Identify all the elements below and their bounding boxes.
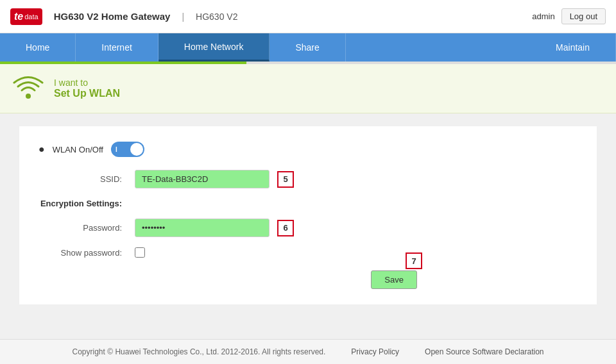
encryption-label: Encryption Settings:: [38, 199, 128, 208]
form-section: ● WLAN On/Off I SSID: 5 Encryption Setti…: [38, 142, 456, 289]
logo-text: te: [14, 11, 23, 22]
password-input[interactable]: [135, 219, 270, 237]
encryption-label-row: Encryption Settings:: [38, 199, 456, 208]
setup-wlan-label: Set Up WLAN: [54, 88, 120, 99]
copyright-text: Copyright © Huawei Technologies Co., Ltd…: [73, 347, 326, 356]
privacy-policy-link[interactable]: Privacy Policy: [351, 347, 399, 356]
page-header: I want to Set Up WLAN: [0, 64, 616, 113]
nav-spacer: [346, 33, 530, 62]
save-area: 7 Save: [38, 270, 456, 289]
header-right: admin Log out: [532, 8, 606, 24]
i-want-to-label: I want to: [54, 78, 120, 88]
header: te data HG630 V2 Home Gateway | HG630 V2…: [0, 0, 616, 33]
admin-label: admin: [532, 12, 554, 21]
show-password-label: Show password:: [38, 248, 128, 258]
wifi-icon: [13, 73, 44, 104]
page-header-text: I want to Set Up WLAN: [54, 78, 120, 99]
password-annotation: 6: [277, 220, 294, 236]
wlan-toggle-row: ● WLAN On/Off I: [38, 142, 456, 157]
logo-data-text: data: [24, 13, 38, 21]
gateway-title: HG630 V2 Home Gateway: [54, 11, 171, 22]
open-source-link[interactable]: Open Source Software Declaration: [425, 347, 543, 356]
nav-item-home-network[interactable]: Home Network: [158, 33, 270, 62]
svg-point-0: [26, 94, 31, 99]
password-row: Password: 6: [38, 219, 456, 237]
wlan-bullet: ●: [38, 144, 45, 155]
save-annotation-badge: 7: [406, 252, 422, 269]
ssid-annotation: 5: [277, 171, 294, 188]
ssid-label: SSID:: [38, 174, 128, 184]
logout-button[interactable]: Log out: [561, 8, 606, 24]
header-separator: |: [182, 12, 184, 22]
password-label: Password:: [38, 223, 128, 233]
wlan-toggle-label: WLAN On/Off: [53, 145, 103, 154]
nav-item-internet[interactable]: Internet: [76, 33, 158, 62]
logo-box: te data: [10, 8, 42, 25]
nav-item-maintain[interactable]: Maintain: [530, 33, 616, 62]
gateway-model: HG630 V2: [196, 12, 237, 22]
toggle-thumb: [130, 143, 143, 156]
password-input-wrapper: 6: [135, 219, 270, 237]
main-content: ● WLAN On/Off I SSID: 5 Encryption Setti…: [19, 126, 597, 304]
main-nav: Home Internet Home Network Share Maintai…: [0, 33, 616, 62]
ssid-input[interactable]: [135, 170, 270, 188]
show-password-checkbox[interactable]: [135, 247, 145, 258]
show-password-row: Show password:: [38, 247, 456, 258]
footer: Copyright © Huawei Technologies Co., Ltd…: [0, 339, 616, 364]
ssid-input-wrapper: 5: [135, 170, 270, 188]
save-button[interactable]: Save: [371, 270, 417, 289]
wlan-toggle-switch[interactable]: I: [111, 142, 144, 157]
wifi-svg: [13, 73, 44, 104]
toggle-on-text: I: [116, 146, 117, 153]
ssid-row: SSID: 5: [38, 170, 456, 188]
nav-item-share[interactable]: Share: [270, 33, 345, 62]
nav-item-home[interactable]: Home: [0, 33, 76, 62]
logo-area: te data HG630 V2 Home Gateway | HG630 V2: [10, 8, 237, 25]
